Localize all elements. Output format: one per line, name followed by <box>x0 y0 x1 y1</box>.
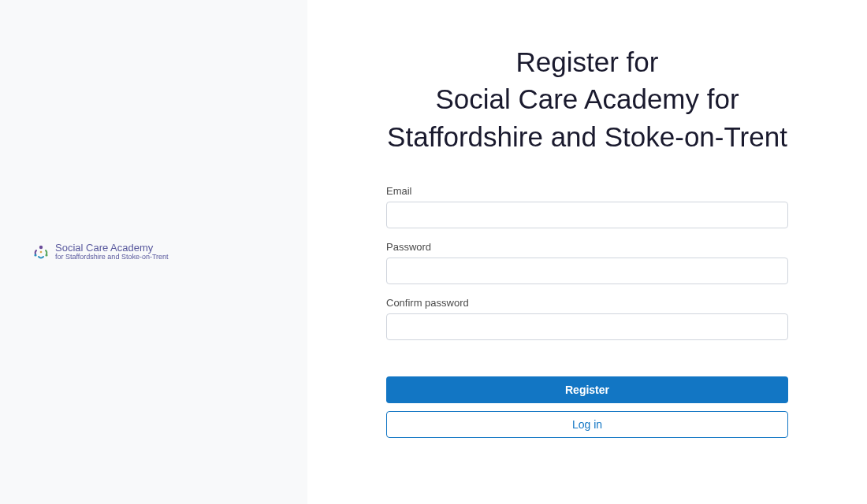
confirm-password-field[interactable] <box>386 313 788 340</box>
password-group: Password <box>386 241 788 284</box>
logo-text: Social Care Academy for Staffordshire an… <box>55 243 169 261</box>
svg-point-3 <box>40 251 43 254</box>
password-label: Password <box>386 241 788 253</box>
email-group: Email <box>386 185 788 228</box>
svg-point-0 <box>39 246 43 249</box>
confirm-password-group: Confirm password <box>386 297 788 340</box>
email-field[interactable] <box>386 202 788 228</box>
registration-panel: Register forSocial Care Academy for Staf… <box>307 0 867 504</box>
login-button[interactable]: Log in <box>386 411 788 438</box>
register-button[interactable]: Register <box>386 376 788 403</box>
svg-point-2 <box>45 254 47 256</box>
logo-subtitle: for Staffordshire and Stoke-on-Trent <box>55 254 169 261</box>
page-title: Register forSocial Care Academy for Staf… <box>386 43 788 155</box>
left-brand-panel: Social Care Academy for Staffordshire an… <box>0 0 307 504</box>
logo-title: Social Care Academy <box>55 243 169 254</box>
logo-icon <box>32 243 50 261</box>
svg-point-1 <box>34 254 36 256</box>
password-field[interactable] <box>386 258 788 284</box>
email-label: Email <box>386 185 788 197</box>
logo: Social Care Academy for Staffordshire an… <box>32 243 169 261</box>
button-group: Register Log in <box>386 376 788 438</box>
confirm-password-label: Confirm password <box>386 297 788 309</box>
